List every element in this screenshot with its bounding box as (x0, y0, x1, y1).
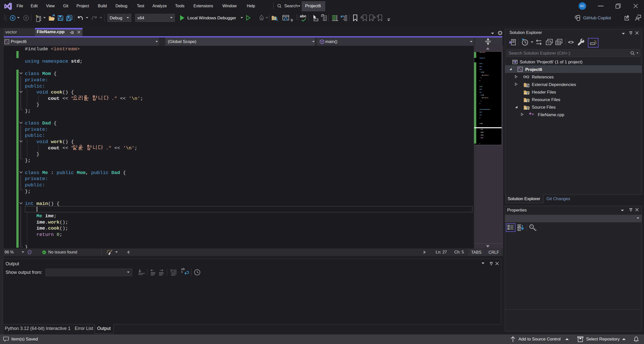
svg-text:+: + (520, 68, 521, 71)
svg-text:+: + (7, 41, 8, 44)
svg-text:Z: Z (518, 228, 520, 231)
svg-text:A: A (518, 225, 520, 228)
